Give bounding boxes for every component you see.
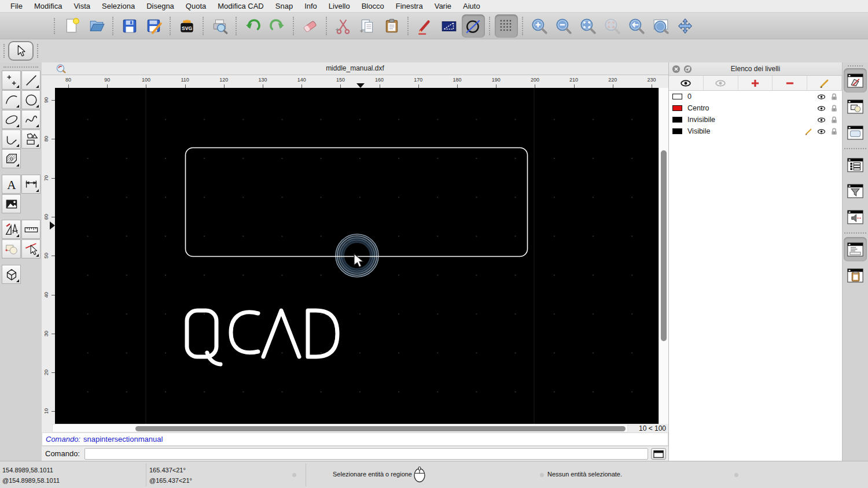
menu-aiuto[interactable]: Aiuto xyxy=(457,2,486,10)
toolbar-separator xyxy=(522,17,524,35)
pan-button[interactable] xyxy=(674,14,697,38)
shapes-tool-button[interactable] xyxy=(21,130,41,149)
layer-row-visibile[interactable]: Visibile xyxy=(669,125,842,137)
property-list-dock-button[interactable] xyxy=(844,153,867,177)
command-input[interactable] xyxy=(84,448,648,460)
view-list-dock-button[interactable] xyxy=(844,120,867,145)
zoom-previous-button[interactable] xyxy=(625,14,648,38)
image-tool-button[interactable] xyxy=(2,194,21,213)
layer-visible-eye-icon[interactable] xyxy=(817,127,826,136)
menu-snap[interactable]: Snap xyxy=(270,2,299,10)
drawing-canvas[interactable] xyxy=(55,88,659,424)
ellipse-tool-button[interactable] xyxy=(2,110,21,129)
measure-tool-button[interactable] xyxy=(21,220,41,239)
print-preview-button[interactable] xyxy=(208,14,231,38)
cut-button[interactable] xyxy=(332,14,355,38)
zoom-window-button[interactable] xyxy=(649,14,672,38)
svg-export-button[interactable]: SVG xyxy=(175,14,198,38)
selection-arrow-button[interactable] xyxy=(8,41,34,61)
solid-3d-tool-button[interactable] xyxy=(2,265,21,284)
new-file-button[interactable] xyxy=(61,14,84,38)
palette-drag-handle[interactable] xyxy=(3,66,38,68)
zoom-auto-button[interactable] xyxy=(576,14,599,38)
reference-rect-button[interactable] xyxy=(437,14,461,38)
menu-file[interactable]: File xyxy=(5,2,28,10)
polyline-tool-button[interactable] xyxy=(2,130,21,149)
layer-visible-eye-icon[interactable] xyxy=(817,93,826,101)
dock-drag-handle[interactable] xyxy=(848,65,863,66)
zoom-out-button[interactable] xyxy=(552,14,575,38)
command-trigger-dock-button[interactable] xyxy=(844,205,867,229)
open-file-button[interactable] xyxy=(85,14,108,38)
save-button[interactable] xyxy=(118,14,141,38)
spline-tool-button[interactable] xyxy=(21,110,41,129)
vertical-scrollbar[interactable] xyxy=(659,88,668,424)
add-layer-button[interactable] xyxy=(738,76,773,90)
menu-vista[interactable]: Vista xyxy=(68,2,96,10)
layer-lock-icon[interactable] xyxy=(830,104,838,113)
hatch-tool-button[interactable] xyxy=(2,149,21,168)
zoom-in-button[interactable] xyxy=(528,14,551,38)
layer-row-0[interactable]: 0 xyxy=(669,91,842,102)
layer-lock-icon[interactable] xyxy=(830,116,838,124)
menu-disegna[interactable]: Disegna xyxy=(141,2,180,10)
clipboard-panel-dock-button[interactable] xyxy=(844,263,867,287)
menu-quota[interactable]: Quota xyxy=(180,2,212,10)
hide-all-layers-button[interactable] xyxy=(704,76,738,90)
selection-filter-dock-button[interactable] xyxy=(844,179,867,203)
menu-info[interactable]: Info xyxy=(299,2,323,10)
action-hint: Selezionare entità o regione xyxy=(333,471,412,478)
line-tool-button[interactable] xyxy=(21,71,41,90)
redo-button[interactable] xyxy=(266,14,289,38)
layer-visible-eye-icon[interactable] xyxy=(817,116,826,124)
copy-button[interactable] xyxy=(356,14,379,38)
command-input-row: Comando: xyxy=(42,446,668,461)
zoom-selection-button[interactable] xyxy=(601,14,624,38)
paste-button[interactable] xyxy=(380,14,403,38)
command-line-dock-button[interactable] xyxy=(844,237,867,261)
vertical-scrollbar-thumb[interactable] xyxy=(661,150,667,341)
eraser-button[interactable] xyxy=(299,14,322,38)
menu-modifica-cad[interactable]: Modifica CAD xyxy=(212,2,269,10)
menu-varie[interactable]: Varie xyxy=(429,2,457,10)
command-options-button[interactable] xyxy=(651,448,666,460)
menu-modifica[interactable]: Modifica xyxy=(28,2,68,10)
toolbar-drag-handle[interactable] xyxy=(37,44,41,58)
dimension-tool-button[interactable] xyxy=(21,175,41,194)
menu-blocco[interactable]: Blocco xyxy=(356,2,390,10)
menu-finestra[interactable]: Finestra xyxy=(390,2,429,10)
edit-layer-button[interactable] xyxy=(807,76,842,90)
grid-toggle-button[interactable] xyxy=(495,14,518,38)
horizontal-scrollbar-thumb[interactable] xyxy=(135,426,626,431)
block-list-dock-button[interactable] xyxy=(844,94,867,119)
menu-seleziona[interactable]: Seleziona xyxy=(96,2,141,10)
undo-button[interactable] xyxy=(241,14,264,38)
layer-list-dock-button[interactable] xyxy=(844,68,867,93)
circle-tool-button[interactable] xyxy=(21,90,41,109)
layer-lock-icon[interactable] xyxy=(830,127,838,136)
draw-pencil-button[interactable] xyxy=(413,14,436,38)
modify-tool-button[interactable] xyxy=(2,239,21,258)
drafting-tools-tool-button[interactable] xyxy=(2,220,21,239)
show-all-layers-icon xyxy=(680,77,692,89)
remove-layer-button[interactable] xyxy=(773,76,807,90)
layer-lock-icon[interactable] xyxy=(830,93,838,101)
text-tool-button[interactable]: A xyxy=(2,175,21,194)
qcad-logo-entity[interactable] xyxy=(187,310,337,364)
mouse-cursor-icon xyxy=(354,254,363,267)
show-all-layers-button[interactable] xyxy=(669,76,704,90)
layer-row-invisibile[interactable]: Invisibile xyxy=(669,114,842,125)
modify-selection-tool-button[interactable] xyxy=(21,239,41,258)
arc-tool-button[interactable] xyxy=(2,90,21,109)
layer-visible-eye-icon[interactable] xyxy=(817,104,826,113)
save-as-button[interactable] xyxy=(142,14,165,38)
menu-livello[interactable]: Livello xyxy=(323,2,356,10)
horizontal-scrollbar[interactable] xyxy=(52,424,628,432)
layer-edit-pencil-icon xyxy=(804,127,813,136)
points-tool-button[interactable] xyxy=(2,71,21,90)
construction-mode-button[interactable] xyxy=(462,14,485,38)
toolbar-drag-handle[interactable] xyxy=(54,18,57,34)
layer-row-centro[interactable]: Centro xyxy=(669,102,842,114)
ruler-number: 200 xyxy=(531,77,539,83)
toolbar-drag-handle[interactable] xyxy=(3,44,7,58)
